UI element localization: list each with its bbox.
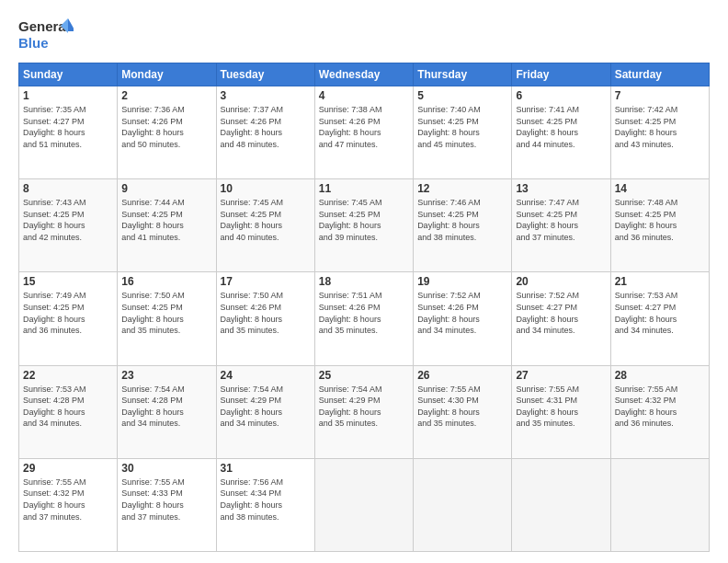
day-info: Sunrise: 7:55 AMSunset: 4:32 PMDaylight:… [615, 384, 705, 430]
day-number: 18 [319, 275, 409, 288]
day-info: Sunrise: 7:38 AMSunset: 4:26 PMDaylight:… [319, 104, 409, 150]
header: General Blue [18, 15, 710, 55]
calendar-cell: 11Sunrise: 7:45 AMSunset: 4:25 PMDayligh… [314, 179, 413, 272]
day-number: 7 [615, 89, 705, 102]
day-number: 24 [221, 369, 311, 382]
page: General Blue SundayMondayTuesdayWednesda… [0, 0, 728, 563]
day-info: Sunrise: 7:45 AMSunset: 4:25 PMDaylight:… [319, 197, 409, 243]
day-number: 30 [121, 462, 211, 475]
calendar-cell [512, 458, 610, 551]
calendar-cell: 21Sunrise: 7:53 AMSunset: 4:27 PMDayligh… [610, 272, 709, 365]
day-number: 31 [221, 462, 311, 475]
day-info: Sunrise: 7:53 AMSunset: 4:27 PMDaylight:… [615, 290, 705, 336]
calendar-cell: 23Sunrise: 7:54 AMSunset: 4:28 PMDayligh… [118, 365, 216, 458]
weekday-header-monday: Monday [118, 63, 216, 86]
day-info: Sunrise: 7:56 AMSunset: 4:34 PMDaylight:… [221, 477, 311, 523]
calendar-cell: 12Sunrise: 7:46 AMSunset: 4:25 PMDayligh… [414, 179, 512, 272]
day-number: 28 [615, 369, 705, 382]
day-info: Sunrise: 7:54 AMSunset: 4:29 PMDaylight:… [221, 384, 311, 430]
day-info: Sunrise: 7:43 AMSunset: 4:25 PMDaylight:… [23, 197, 113, 243]
calendar-body: 1Sunrise: 7:35 AMSunset: 4:27 PMDaylight… [19, 86, 710, 552]
day-info: Sunrise: 7:49 AMSunset: 4:25 PMDaylight:… [23, 290, 113, 336]
day-number: 15 [23, 275, 113, 288]
calendar-cell [414, 458, 512, 551]
calendar-cell: 1Sunrise: 7:35 AMSunset: 4:27 PMDaylight… [19, 86, 118, 179]
calendar-cell: 6Sunrise: 7:41 AMSunset: 4:25 PMDaylight… [512, 86, 610, 179]
calendar-cell: 7Sunrise: 7:42 AMSunset: 4:25 PMDaylight… [610, 86, 709, 179]
calendar-cell: 20Sunrise: 7:52 AMSunset: 4:27 PMDayligh… [512, 272, 610, 365]
weekday-header-row: SundayMondayTuesdayWednesdayThursdayFrid… [19, 63, 710, 86]
calendar-cell: 16Sunrise: 7:50 AMSunset: 4:25 PMDayligh… [118, 272, 216, 365]
svg-text:Blue: Blue [18, 35, 49, 51]
day-number: 5 [417, 89, 507, 102]
logo: General Blue [18, 15, 74, 55]
calendar-cell: 27Sunrise: 7:55 AMSunset: 4:31 PMDayligh… [512, 365, 610, 458]
day-info: Sunrise: 7:40 AMSunset: 4:25 PMDaylight:… [417, 104, 507, 150]
day-info: Sunrise: 7:41 AMSunset: 4:25 PMDaylight:… [516, 104, 606, 150]
calendar-cell: 2Sunrise: 7:36 AMSunset: 4:26 PMDaylight… [118, 86, 216, 179]
day-info: Sunrise: 7:46 AMSunset: 4:25 PMDaylight:… [417, 197, 507, 243]
calendar-cell: 18Sunrise: 7:51 AMSunset: 4:26 PMDayligh… [314, 272, 413, 365]
day-info: Sunrise: 7:36 AMSunset: 4:26 PMDaylight:… [121, 104, 211, 150]
day-info: Sunrise: 7:52 AMSunset: 4:27 PMDaylight:… [516, 290, 606, 336]
calendar-cell: 22Sunrise: 7:53 AMSunset: 4:28 PMDayligh… [19, 365, 118, 458]
day-number: 11 [319, 182, 409, 195]
day-info: Sunrise: 7:55 AMSunset: 4:33 PMDaylight:… [121, 477, 211, 523]
day-info: Sunrise: 7:54 AMSunset: 4:28 PMDaylight:… [121, 384, 211, 430]
day-number: 17 [221, 275, 311, 288]
day-number: 9 [121, 182, 211, 195]
calendar-cell: 4Sunrise: 7:38 AMSunset: 4:26 PMDaylight… [314, 86, 413, 179]
day-number: 4 [319, 89, 409, 102]
day-number: 13 [516, 182, 606, 195]
day-info: Sunrise: 7:47 AMSunset: 4:25 PMDaylight:… [516, 197, 606, 243]
day-number: 2 [121, 89, 211, 102]
calendar-cell: 29Sunrise: 7:55 AMSunset: 4:32 PMDayligh… [19, 458, 118, 551]
day-number: 3 [221, 89, 311, 102]
calendar-cell: 19Sunrise: 7:52 AMSunset: 4:26 PMDayligh… [414, 272, 512, 365]
day-info: Sunrise: 7:50 AMSunset: 4:26 PMDaylight:… [221, 290, 311, 336]
day-info: Sunrise: 7:48 AMSunset: 4:25 PMDaylight:… [615, 197, 705, 243]
weekday-header-tuesday: Tuesday [216, 63, 314, 86]
calendar-cell: 28Sunrise: 7:55 AMSunset: 4:32 PMDayligh… [610, 365, 709, 458]
day-info: Sunrise: 7:55 AMSunset: 4:30 PMDaylight:… [417, 384, 507, 430]
calendar-cell: 30Sunrise: 7:55 AMSunset: 4:33 PMDayligh… [118, 458, 216, 551]
weekday-header-sunday: Sunday [19, 63, 118, 86]
day-number: 1 [23, 89, 113, 102]
day-info: Sunrise: 7:45 AMSunset: 4:25 PMDaylight:… [221, 197, 311, 243]
calendar-week-4: 29Sunrise: 7:55 AMSunset: 4:32 PMDayligh… [19, 458, 710, 551]
day-number: 10 [221, 182, 311, 195]
day-info: Sunrise: 7:37 AMSunset: 4:26 PMDaylight:… [221, 104, 311, 150]
calendar-cell: 8Sunrise: 7:43 AMSunset: 4:25 PMDaylight… [19, 179, 118, 272]
calendar-cell: 10Sunrise: 7:45 AMSunset: 4:25 PMDayligh… [216, 179, 314, 272]
calendar-cell: 14Sunrise: 7:48 AMSunset: 4:25 PMDayligh… [610, 179, 709, 272]
day-number: 16 [121, 275, 211, 288]
day-number: 6 [516, 89, 606, 102]
weekday-header-saturday: Saturday [610, 63, 709, 86]
day-number: 26 [417, 369, 507, 382]
day-info: Sunrise: 7:51 AMSunset: 4:26 PMDaylight:… [319, 290, 409, 336]
calendar-cell: 26Sunrise: 7:55 AMSunset: 4:30 PMDayligh… [414, 365, 512, 458]
day-number: 19 [417, 275, 507, 288]
day-info: Sunrise: 7:53 AMSunset: 4:28 PMDaylight:… [23, 384, 113, 430]
calendar-cell: 25Sunrise: 7:54 AMSunset: 4:29 PMDayligh… [314, 365, 413, 458]
calendar-cell: 31Sunrise: 7:56 AMSunset: 4:34 PMDayligh… [216, 458, 314, 551]
day-number: 25 [319, 369, 409, 382]
svg-marker-2 [68, 18, 74, 31]
day-info: Sunrise: 7:35 AMSunset: 4:27 PMDaylight:… [23, 104, 113, 150]
calendar-cell: 17Sunrise: 7:50 AMSunset: 4:26 PMDayligh… [216, 272, 314, 365]
logo-svg: General Blue [18, 15, 74, 55]
day-number: 27 [516, 369, 606, 382]
calendar-week-1: 8Sunrise: 7:43 AMSunset: 4:25 PMDaylight… [19, 179, 710, 272]
day-info: Sunrise: 7:55 AMSunset: 4:31 PMDaylight:… [516, 384, 606, 430]
weekday-header-friday: Friday [512, 63, 610, 86]
weekday-header-thursday: Thursday [414, 63, 512, 86]
calendar-cell: 15Sunrise: 7:49 AMSunset: 4:25 PMDayligh… [19, 272, 118, 365]
calendar-week-0: 1Sunrise: 7:35 AMSunset: 4:27 PMDaylight… [19, 86, 710, 179]
day-number: 22 [23, 369, 113, 382]
day-info: Sunrise: 7:55 AMSunset: 4:32 PMDaylight:… [23, 477, 113, 523]
day-number: 20 [516, 275, 606, 288]
day-info: Sunrise: 7:52 AMSunset: 4:26 PMDaylight:… [417, 290, 507, 336]
calendar-cell: 24Sunrise: 7:54 AMSunset: 4:29 PMDayligh… [216, 365, 314, 458]
calendar-table: SundayMondayTuesdayWednesdayThursdayFrid… [18, 63, 710, 552]
calendar-cell: 9Sunrise: 7:44 AMSunset: 4:25 PMDaylight… [118, 179, 216, 272]
